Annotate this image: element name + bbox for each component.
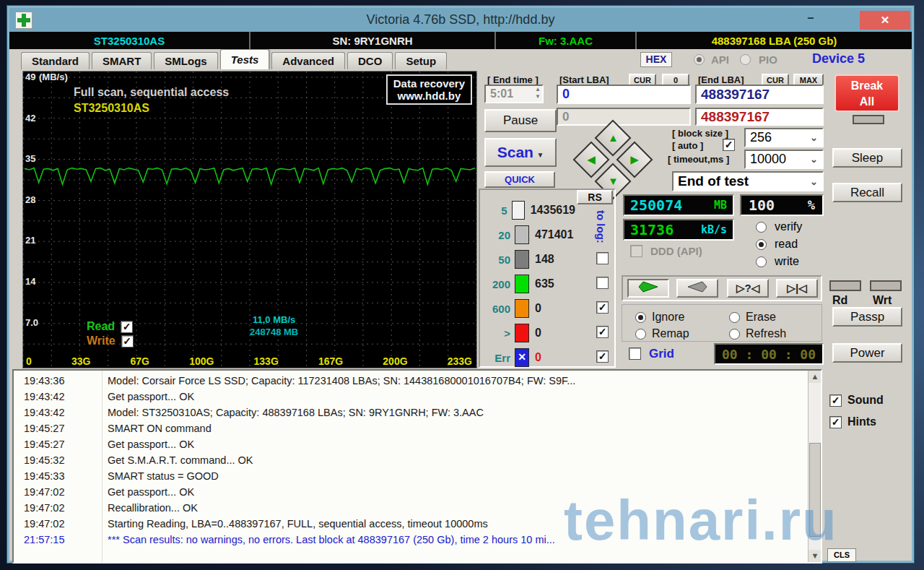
timeout-combo[interactable]: 10000⌄ [744, 150, 824, 169]
log-row[interactable]: 19:45:32Get S.M.A.R.T. command... OK [14, 454, 793, 470]
tab-smart[interactable]: SMART [92, 52, 152, 69]
spinner-arrows-icon[interactable]: ▲▼ [535, 86, 541, 100]
recall-button[interactable]: Recall [832, 183, 902, 202]
log-text: Recallibration... OK [108, 502, 198, 514]
to-log-checkbox-4[interactable]: ✓ [596, 350, 609, 363]
block-size-combo[interactable]: 256⌄ [744, 128, 824, 147]
erase-radio[interactable] [729, 312, 740, 323]
start-lba-input[interactable]: 0 [557, 85, 691, 104]
to-log-checkbox-2[interactable]: ✓ [596, 301, 609, 314]
power-button[interactable]: Power [832, 343, 902, 363]
read-radio[interactable] [756, 239, 767, 250]
grid-checkbox[interactable] [629, 347, 641, 360]
log-text: Get S.M.A.R.T. command... OK [108, 454, 253, 466]
tab-tests[interactable]: Tests [220, 49, 270, 69]
log-row[interactable]: 21:57:15*** Scan results: no warnings, n… [14, 534, 793, 550]
log-row[interactable]: 19:45:27Get passport... OK [14, 439, 793, 454]
log-row[interactable]: 19:45:33SMART status = GOOD [14, 470, 793, 486]
log-time: 19:47:02 [24, 502, 64, 514]
quick-button[interactable]: QUICK [484, 171, 555, 188]
arrow-down-icon: ▼ [601, 175, 624, 187]
rs-row-20: 20471401 [481, 225, 575, 245]
remap-radio[interactable] [635, 329, 646, 340]
to-log-checkbox-1[interactable]: ✓ [596, 277, 609, 289]
app-window: Victoria 4.76b SSD, http://hdd.by – ✕ ST… [7, 6, 914, 563]
write-radio[interactable] [756, 256, 767, 267]
scan-dropdown-icon: ▼ [536, 151, 544, 159]
end-of-test-combo[interactable]: End of test⌄ [672, 171, 824, 191]
remap-radio-row[interactable]: Remap [635, 327, 689, 340]
rs-button[interactable]: RS [577, 190, 613, 204]
play-forward-button[interactable] [627, 279, 669, 298]
read-checkbox[interactable]: ✓ [121, 321, 133, 333]
rs-row-200: 200635 [481, 274, 575, 294]
write-label: write [775, 255, 799, 268]
passp-button[interactable]: Passp [832, 307, 902, 327]
sound-checkbox[interactable]: ✓ [829, 394, 842, 407]
x-tick: 167G [318, 355, 343, 367]
percent-display: 100 % [740, 194, 824, 216]
seek-end-button[interactable]: ▷|◁ [776, 279, 818, 298]
rs-row-600: 6000 [481, 298, 575, 319]
hints-checkbox[interactable]: ✓ [829, 416, 842, 428]
pio-radio[interactable] [740, 54, 751, 65]
hex-button[interactable]: HEX [640, 52, 672, 67]
api-radio[interactable] [694, 54, 705, 65]
log-text: Starting Reading, LBA=0..488397167, FULL… [108, 518, 488, 530]
close-button[interactable]: ✕ [860, 11, 910, 30]
tab-standard[interactable]: Standard [21, 52, 90, 69]
log-row[interactable]: 19:45:27SMART ON command [14, 423, 793, 439]
speed-display: 31736 kB/s [623, 219, 734, 241]
refresh-radio[interactable] [729, 329, 740, 340]
maximize-button[interactable] [825, 11, 854, 30]
sleep-button[interactable]: Sleep [832, 148, 902, 168]
ignore-radio-row[interactable]: Ignore [635, 311, 684, 324]
log-row[interactable]: 19:47:02Recallibration... OK [14, 502, 793, 518]
end-time-spinner[interactable]: 5:01 ▲▼ [484, 85, 544, 103]
x-tick: 33G [71, 355, 90, 367]
erase-radio-row[interactable]: Erase [729, 311, 776, 324]
cls-button[interactable]: CLS [827, 548, 856, 562]
scroll-up-icon[interactable]: ▲ [808, 371, 821, 383]
tab-advanced[interactable]: Advanced [271, 52, 345, 69]
verify-radio[interactable] [756, 222, 767, 233]
log-scrollbar[interactable]: ▲ ▼ [808, 371, 821, 562]
to-log-checkbox-0[interactable]: ✓ [596, 252, 609, 264]
log-row[interactable]: 19:47:02Get passport... OK [14, 486, 793, 502]
end-lba-input[interactable]: 488397167 [695, 85, 824, 104]
tab-setup[interactable]: Setup [395, 52, 447, 69]
log-row[interactable]: 19:43:42Model: ST3250310AS; Capacity: 48… [14, 407, 793, 423]
scrollbar-thumb[interactable] [809, 443, 821, 537]
to-log-checkbox-3[interactable]: ✓ [596, 326, 609, 338]
log-text: *** Scan results: no warnings, no errors… [108, 534, 555, 545]
drive-serial: SN: 9RY1GNRH [250, 32, 494, 49]
log-row[interactable]: 19:43:36Model: Corsair Force LS SSD; Cap… [14, 375, 793, 391]
break-all-button[interactable]: Break All [834, 74, 899, 112]
y-tick: 42 [25, 113, 35, 124]
badge-line1: Data recovery [393, 77, 465, 90]
auto-checkbox[interactable]: ✓ [723, 139, 735, 151]
drive-info-bar: ST3250310AS SN: 9RY1GNRH Fw: 3.AAC 48839… [9, 32, 912, 49]
y-tick: 7.0 [25, 317, 38, 328]
tab-dco[interactable]: DCO [347, 52, 393, 69]
scroll-down-icon[interactable]: ▼ [808, 550, 821, 562]
pause-button[interactable]: Pause [484, 109, 557, 132]
scan-button[interactable]: Scan ▼ [484, 138, 557, 167]
maximize-icon [834, 16, 845, 24]
badge-line2: www.hdd.by [393, 90, 465, 102]
rs-row-5: 51435619 [481, 200, 575, 220]
write-checkbox[interactable]: ✓ [121, 335, 134, 347]
end-lba-input2[interactable]: 488397167 [695, 108, 824, 126]
seek-question-button[interactable]: ▷?◁ [727, 279, 769, 298]
log-row[interactable]: 19:47:02Starting Reading, LBA=0..4883971… [14, 518, 793, 534]
play-back-button[interactable] [676, 279, 718, 298]
title-bar[interactable]: Victoria 4.76b SSD, http://hdd.by – ✕ [9, 8, 912, 32]
tab-smlogs[interactable]: SMLogs [154, 52, 217, 69]
auto-label: [ auto ] [672, 140, 703, 151]
minimize-button[interactable]: – [796, 11, 825, 30]
log-time: 19:43:42 [24, 391, 64, 402]
refresh-radio-row[interactable]: Refresh [729, 327, 786, 340]
log-row[interactable]: 19:43:42Get passport... OK [14, 391, 793, 407]
rs-row-Err: Err0 [481, 347, 575, 368]
ignore-radio[interactable] [635, 312, 646, 323]
